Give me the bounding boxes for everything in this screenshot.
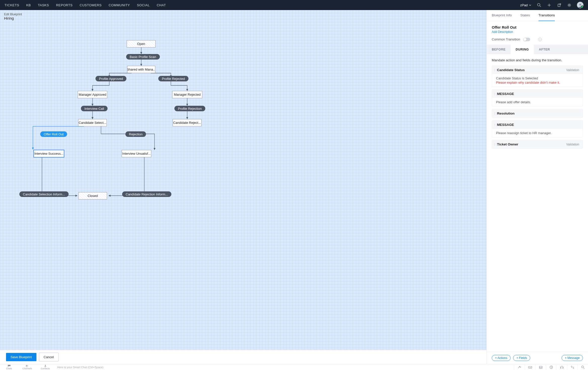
state-manager-rejected[interactable]: Manager Rejected <box>172 91 202 98</box>
blueprint-title: Hiring <box>4 16 22 20</box>
cancel-button[interactable]: Cancel <box>39 353 59 361</box>
transition-basic-profile-scan[interactable]: Basic Profile Scan <box>126 54 160 60</box>
nav-chat[interactable]: CHAT <box>157 3 166 7</box>
subtab-after[interactable]: AFTER <box>534 45 555 54</box>
flow-edges <box>0 10 245 211</box>
user-avatar[interactable] <box>577 2 583 8</box>
svg-point-6 <box>568 4 570 6</box>
tab-states[interactable]: States <box>520 10 530 21</box>
state-manager-approved[interactable]: Manager Approved <box>78 91 107 98</box>
subtab-before[interactable]: BEFORE <box>487 45 511 54</box>
nav-kb[interactable]: KB <box>26 3 31 7</box>
nav-customers[interactable]: CUSTOMERS <box>80 3 102 7</box>
chevron-down-icon <box>529 4 531 6</box>
field-card-message-2[interactable]: MESSAGE Please reassign ticket to HR man… <box>492 120 583 137</box>
field-card-resolution[interactable]: Resolution <box>492 109 583 118</box>
mandate-text: Mandate action and fields during the tra… <box>492 58 583 62</box>
common-transition-toggle[interactable] <box>523 38 530 41</box>
breadcrumb: Edit Blueprint <box>4 13 22 16</box>
info-icon[interactable]: i <box>538 38 542 41</box>
svg-line-1 <box>540 6 541 7</box>
transition-profile-rejection[interactable]: Profile Rejection <box>174 106 205 111</box>
nav-reports[interactable]: REPORTS <box>56 3 73 7</box>
workspace-selector[interactable]: zPad <box>520 3 531 7</box>
subtab-during[interactable]: DURING <box>511 45 534 54</box>
nav-community[interactable]: COMMUNITY <box>109 3 130 7</box>
field-card-message-1[interactable]: MESSAGE Please add offer details. <box>492 89 583 107</box>
state-shared-with-manager[interactable]: Shared with Mana... <box>127 66 155 73</box>
state-open[interactable]: Open <box>127 40 156 47</box>
search-icon[interactable] <box>537 3 541 7</box>
add-message-button[interactable]: + Message <box>562 355 583 361</box>
svg-point-5 <box>560 4 561 5</box>
save-blueprint-button[interactable]: Save Blueprint <box>6 353 36 361</box>
canvas-actions-bar: Save Blueprint Cancel <box>0 350 486 364</box>
nav-tasks[interactable]: TASKS <box>38 3 49 7</box>
transition-profile-approved[interactable]: Profile Approved <box>95 76 126 81</box>
notifications-icon[interactable] <box>557 3 561 7</box>
nav-social[interactable]: SOCIAL <box>137 3 150 7</box>
field-card-ticket-owner[interactable]: Ticket OwnerValidation <box>492 140 583 149</box>
transition-rejection[interactable]: Rejection <box>125 131 146 137</box>
add-fields-button[interactable]: + Fields <box>513 355 530 361</box>
gear-icon[interactable] <box>567 3 571 7</box>
nav-tickets[interactable]: TICKETS <box>5 3 19 7</box>
workspace-name: zPad <box>520 3 528 7</box>
transition-candidate-rejection-inform[interactable]: Candidate Rejection Inform... <box>122 191 171 197</box>
transition-offer-roll-out[interactable]: Offer Roll Out <box>40 131 67 137</box>
panel-title: Offer Roll Out <box>492 25 583 29</box>
tab-blueprint-info[interactable]: Blueprint Info <box>492 10 512 21</box>
add-actions-button[interactable]: + Actions <box>492 355 511 361</box>
plus-icon[interactable] <box>547 3 551 7</box>
right-panel: Blueprint Info States Transitions Offer … <box>486 10 588 364</box>
common-transition-label: Common Transition <box>492 37 520 41</box>
transition-profile-rejected[interactable]: Profile Rejected <box>158 76 188 81</box>
state-interview-unsat[interactable]: Interview Unsatisf... <box>122 150 151 157</box>
tab-transitions[interactable]: Transitions <box>538 10 555 21</box>
svg-point-7 <box>579 4 581 6</box>
top-navbar: TICKETS KB TASKS REPORTS CUSTOMERS COMMU… <box>0 0 588 10</box>
blueprint-canvas[interactable]: Edit Blueprint Hiring <box>0 10 486 364</box>
svg-point-0 <box>537 3 540 6</box>
transition-candidate-selection-inform[interactable]: Candidate Selection Inform... <box>19 191 69 197</box>
field-card-candidate-status[interactable]: Candidate StatusValidation Candidate Sta… <box>492 66 583 87</box>
add-description-link[interactable]: Add Description <box>492 30 513 34</box>
state-interview-success[interactable]: Interview Success... <box>34 150 64 157</box>
state-closed[interactable]: Closed <box>78 192 107 199</box>
state-candidate-select[interactable]: Candidate Select... <box>78 119 107 126</box>
state-candidate-reject[interactable]: Candidate Reject... <box>173 119 202 126</box>
transition-interview-call[interactable]: Interview Call <box>81 106 108 111</box>
